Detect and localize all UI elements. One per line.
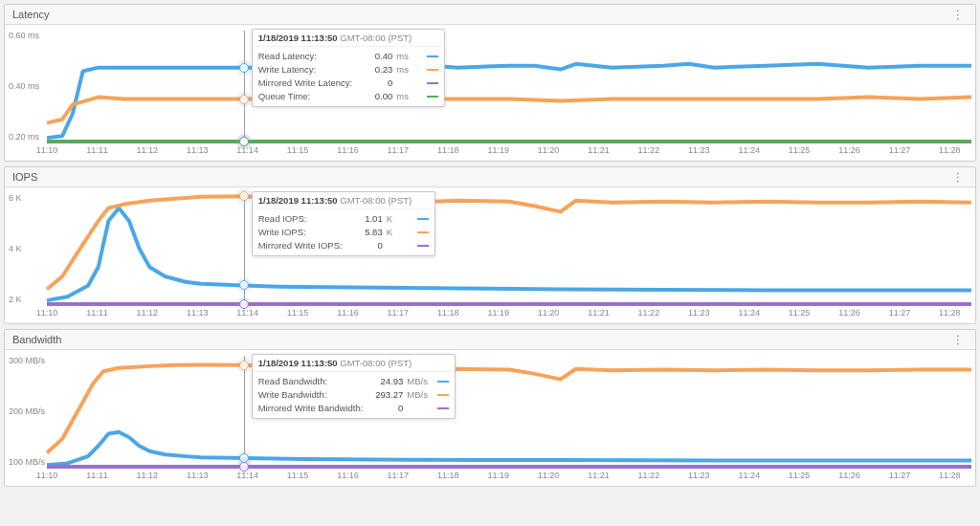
x-tick: 11:11 <box>86 145 108 159</box>
x-tick: 11:12 <box>137 308 159 321</box>
tooltip-value: 0 <box>367 402 403 415</box>
series-swatch <box>437 381 449 383</box>
x-tick: 11:22 <box>638 471 660 484</box>
y-tick: 2 K <box>9 295 47 304</box>
panel-title: IOPS <box>12 171 37 183</box>
tooltip-label: Write Latency: <box>258 63 353 77</box>
series-cursor-dot <box>239 63 249 73</box>
tooltip-label: Write Bandwidth: <box>258 388 364 402</box>
tooltip-row: Read IOPS:1.01K <box>258 212 429 226</box>
x-tick: 11:25 <box>789 471 811 484</box>
series-swatch <box>427 82 438 84</box>
tooltip-value: 0 <box>356 77 392 90</box>
plot-area[interactable] <box>47 193 971 304</box>
panel-header: IOPS … <box>5 167 975 187</box>
x-tick: 11:16 <box>337 308 359 321</box>
x-tick: 11:16 <box>337 145 359 159</box>
tooltip-value: 0.00 <box>356 90 392 103</box>
x-tick: 11:27 <box>889 145 911 159</box>
x-tick: 11:11 <box>86 471 108 484</box>
tooltip: 1/18/2019 11:13:50 GMT-08:00 (PST) Read … <box>252 354 457 419</box>
x-tick: 11:14 <box>236 471 258 484</box>
tooltip-unit: K <box>387 226 412 239</box>
tooltip-row: Write Latency:0.23ms <box>258 63 439 77</box>
y-tick: 0.40 ms <box>9 81 47 91</box>
tooltip-label: Read Bandwidth: <box>258 375 364 388</box>
series-cursor-dot <box>239 361 249 370</box>
tooltip-row: Read Latency:0.40ms <box>258 50 439 63</box>
tooltip-row: Read Bandwidth:24.93MB/s <box>258 375 450 388</box>
x-axis: 11:1011:1111:1211:1311:1411:1511:1611:17… <box>47 145 971 159</box>
x-tick: 11:19 <box>487 145 509 159</box>
series-cursor-dot <box>239 95 249 104</box>
x-tick: 11:28 <box>939 471 961 484</box>
x-tick: 11:19 <box>487 308 509 321</box>
x-tick: 11:17 <box>388 471 410 484</box>
x-tick: 11:23 <box>688 308 710 321</box>
tooltip-value: 5.83 <box>346 226 383 239</box>
x-tick: 11:26 <box>838 145 860 159</box>
series-cursor-dot <box>239 280 249 290</box>
x-tick: 11:10 <box>36 471 58 484</box>
x-tick: 11:27 <box>889 471 911 484</box>
x-tick: 11:28 <box>939 308 961 321</box>
series-cursor-dot <box>239 462 249 471</box>
x-tick: 11:15 <box>287 471 309 484</box>
tooltip-timestamp: 1/18/2019 11:13:50 GMT-08:00 (PST) <box>253 355 456 372</box>
series-swatch <box>427 55 438 57</box>
series-swatch <box>427 96 438 98</box>
kebab-menu-icon[interactable]: … <box>955 334 968 346</box>
tooltip-value: 1.01 <box>346 212 383 226</box>
x-tick: 11:15 <box>287 308 309 321</box>
tooltip-label: Read Latency: <box>258 50 353 63</box>
plot-area[interactable] <box>47 31 971 142</box>
tooltip: 1/18/2019 11:13:50 GMT-08:00 (PST) Read … <box>252 191 435 256</box>
x-tick: 11:13 <box>187 145 209 159</box>
latency-panel: Latency … 0.60 ms 0.40 ms 0.20 ms 1/18/2… <box>4 4 976 162</box>
tooltip-value: 293.27 <box>367 388 403 402</box>
series-swatch <box>427 69 438 71</box>
y-tick: 100 MB/s <box>9 457 47 467</box>
bandwidth-panel: Bandwidth … 300 MB/s 200 MB/s 100 MB/s 1… <box>4 329 976 487</box>
y-axis: 300 MB/s 200 MB/s 100 MB/s <box>9 356 47 467</box>
series-cursor-dot <box>239 191 249 201</box>
chart-area[interactable]: 0.60 ms 0.40 ms 0.20 ms 1/18/2019 11:13:… <box>5 25 975 161</box>
series-swatch <box>417 231 429 233</box>
y-axis: 6 K 4 K 2 K <box>9 193 47 304</box>
kebab-menu-icon[interactable]: … <box>955 171 968 184</box>
tooltip-label: Queue Time: <box>258 90 353 103</box>
x-tick: 11:10 <box>36 308 58 321</box>
tooltip-label: Mirrored Write Latency: <box>258 77 353 90</box>
x-tick: 11:15 <box>287 145 309 159</box>
series-swatch <box>417 245 429 247</box>
x-tick: 11:17 <box>388 308 410 321</box>
y-tick: 4 K <box>9 244 47 253</box>
x-tick: 11:13 <box>187 308 209 321</box>
y-tick: 6 K <box>9 193 47 203</box>
x-tick: 11:25 <box>789 145 811 159</box>
x-tick: 11:18 <box>437 308 459 321</box>
tooltip-value: 24.93 <box>367 375 403 388</box>
tooltip-unit: ms <box>396 63 421 77</box>
chart-area[interactable]: 6 K 4 K 2 K 1/18/2019 11:13:50 GMT-08:00… <box>5 187 975 323</box>
panel-header: Bandwidth … <box>5 330 975 350</box>
x-tick: 11:23 <box>688 471 710 484</box>
x-tick: 11:22 <box>638 308 660 321</box>
plot-area[interactable] <box>47 356 971 467</box>
tooltip-row: Mirrored Write Latency:0 <box>258 77 439 90</box>
x-tick: 11:19 <box>487 471 509 484</box>
x-tick: 11:26 <box>838 471 860 484</box>
x-tick: 11:14 <box>236 145 258 159</box>
x-tick: 11:18 <box>437 471 459 484</box>
tooltip-label: Read IOPS: <box>258 212 343 226</box>
x-tick: 11:23 <box>688 145 710 159</box>
x-tick: 11:12 <box>137 145 159 159</box>
chart-area[interactable]: 300 MB/s 200 MB/s 100 MB/s 1/18/2019 11:… <box>5 350 975 486</box>
tooltip-label: Write IOPS: <box>258 226 343 239</box>
series-swatch <box>437 394 449 396</box>
x-tick: 11:14 <box>236 308 258 321</box>
kebab-menu-icon[interactable]: … <box>955 9 968 21</box>
x-tick: 11:10 <box>36 145 58 159</box>
x-tick: 11:18 <box>437 145 459 159</box>
y-tick: 200 MB/s <box>9 406 47 416</box>
